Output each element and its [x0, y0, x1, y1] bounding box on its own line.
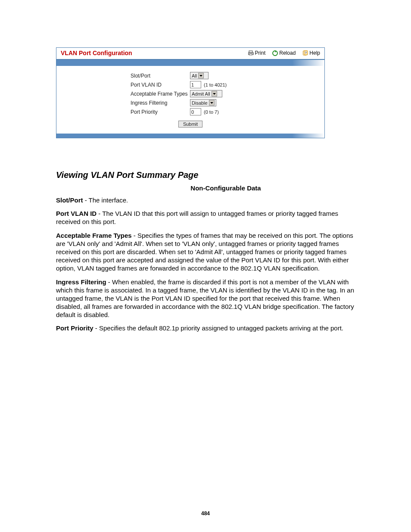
print-label: Print [255, 50, 266, 56]
panel-header: VLAN Port Configuration Print Reload [56, 48, 324, 60]
def-port-vlan-id: Port VLAN ID - The VLAN ID that this por… [56, 209, 356, 226]
panel-toolbar: Print Reload ? Help [248, 50, 320, 56]
print-icon [248, 50, 254, 56]
label-slot-port: Slot/Port [56, 73, 190, 79]
help-label: Help [309, 50, 320, 56]
select-slot-port-value: All [192, 73, 197, 78]
def-ingress: Ingress Filtering - When enabled, the fr… [56, 278, 356, 319]
def-text: - The VLAN ID that this port will assign… [56, 210, 338, 225]
help-icon: ? [302, 50, 308, 56]
row-frame-types: Acceptable Frame Types Admit All [56, 89, 324, 98]
label-port-priority: Port Priority [56, 109, 190, 115]
reload-button[interactable]: Reload [272, 50, 296, 56]
row-slot-port: Slot/Port All [56, 71, 324, 80]
section-subhead: Non-Configurable Data [96, 184, 356, 192]
def-term: Port Priority [56, 324, 93, 332]
def-term: Slot/Port [56, 196, 83, 204]
svg-text:?: ? [305, 51, 307, 54]
def-text: - Specifies the default 802.1p priority … [93, 324, 343, 332]
chevron-down-icon [212, 91, 217, 96]
def-port-priority: Port Priority - Specifies the default 80… [56, 324, 356, 332]
reload-icon [272, 50, 278, 56]
separator-bar-top [56, 60, 324, 66]
page-number: 484 [0, 510, 411, 516]
select-frame-types[interactable]: Admit All [190, 90, 222, 97]
form-body: Slot/Port All Port VLAN ID 1 (1 to 4021)… [56, 66, 324, 134]
row-port-priority: Port Priority 0 (0 to 7) [56, 107, 324, 116]
panel-title: VLAN Port Configuration [61, 50, 132, 56]
def-term: Port VLAN ID [56, 210, 97, 217]
input-port-vlan-id[interactable]: 1 [190, 81, 201, 88]
def-frame-types: Acceptable Frame Types - Specifies the t… [56, 231, 356, 273]
row-port-vlan-id: Port VLAN ID 1 (1 to 4021) [56, 80, 324, 89]
hint-port-priority: (0 to 7) [204, 109, 219, 115]
def-term: Ingress Filtering [56, 278, 106, 286]
input-port-priority[interactable]: 0 [190, 108, 201, 115]
chevron-down-icon [198, 73, 204, 78]
def-text: - The interface. [83, 196, 128, 204]
select-ingress[interactable]: Disable [190, 99, 216, 106]
section-heading: Viewing VLAN Port Summary Page [56, 170, 356, 180]
print-button[interactable]: Print [248, 50, 266, 56]
svg-rect-0 [249, 51, 252, 53]
chevron-down-icon [209, 100, 215, 106]
select-ingress-value: Disable [192, 100, 208, 106]
svg-rect-2 [249, 54, 252, 55]
row-ingress: Ingress Filtering Disable [56, 98, 324, 107]
label-port-vlan-id: Port VLAN ID [56, 82, 190, 88]
select-slot-port[interactable]: All [190, 72, 209, 79]
config-panel: VLAN Port Configuration Print Reload [56, 47, 325, 138]
select-frame-types-value: Admit All [192, 91, 210, 96]
def-term: Acceptable Frame Types [56, 232, 132, 239]
separator-bar-bottom [56, 134, 324, 138]
submit-button[interactable]: Submit [178, 121, 202, 128]
def-slot-port: Slot/Port - The interface. [56, 196, 356, 204]
label-frame-types: Acceptable Frame Types [56, 91, 190, 97]
reload-label: Reload [279, 50, 296, 56]
hint-port-vlan-id: (1 to 4021) [204, 82, 227, 87]
help-button[interactable]: ? Help [302, 50, 320, 56]
label-ingress: Ingress Filtering [56, 100, 190, 106]
